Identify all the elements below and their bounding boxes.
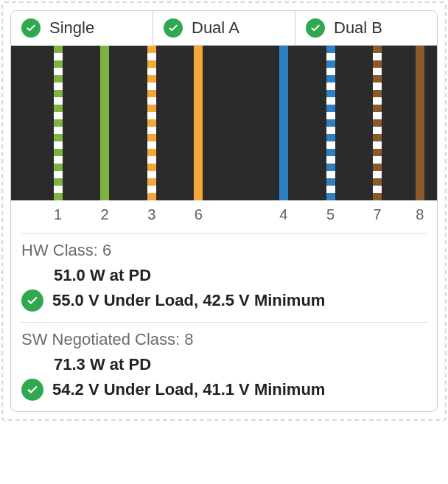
check-icon bbox=[21, 290, 43, 312]
wire-pin-3 bbox=[147, 46, 156, 200]
tab-label: Single bbox=[49, 18, 94, 38]
wire-pin-4 bbox=[279, 46, 288, 200]
wire-pin-1 bbox=[54, 46, 63, 200]
wire-pin-2 bbox=[100, 46, 109, 200]
sw-class-title: SW Negotiated Class: 8 bbox=[21, 330, 427, 349]
sw-voltage-row: 54.2 V Under Load, 41.1 V Minimum bbox=[21, 379, 427, 401]
axis-label: 4 bbox=[279, 206, 287, 223]
hw-voltage-row: 55.0 V Under Load, 42.5 V Minimum bbox=[21, 290, 427, 312]
wire-pin-5 bbox=[326, 46, 335, 200]
axis-label: 3 bbox=[147, 206, 155, 223]
check-icon bbox=[21, 18, 41, 38]
sw-power-value: 71.3 W at PD bbox=[21, 355, 427, 374]
tab-label: Dual A bbox=[192, 18, 239, 38]
axis-label: 5 bbox=[326, 206, 335, 223]
sw-voltage-value: 54.2 V Under Load, 41.1 V Minimum bbox=[52, 380, 325, 399]
check-icon bbox=[306, 18, 325, 38]
axis-label: 6 bbox=[195, 206, 203, 223]
tab-bar: SingleDual ADual B bbox=[11, 11, 437, 46]
wire-pin-8 bbox=[416, 46, 424, 200]
hw-power-value: 51.0 W at PD bbox=[21, 266, 427, 285]
axis-label: 2 bbox=[101, 206, 109, 223]
tab-single[interactable]: Single bbox=[11, 11, 153, 46]
hw-class-section: HW Class: 6 51.0 W at PD 55.0 V Under Lo… bbox=[11, 234, 437, 322]
hw-class-title: HW Class: 6 bbox=[21, 241, 427, 260]
sw-class-section: SW Negotiated Class: 8 71.3 W at PD 54.2… bbox=[11, 323, 437, 411]
wire-diagram bbox=[11, 46, 437, 200]
poe-panel: SingleDual ADual B 12364578 HW Class: 6 … bbox=[10, 10, 438, 412]
tab-dual-a[interactable]: Dual A bbox=[153, 11, 295, 46]
hw-voltage-value: 55.0 V Under Load, 42.5 V Minimum bbox=[52, 291, 325, 310]
wire-pin-7 bbox=[373, 46, 382, 200]
axis-label: 1 bbox=[54, 206, 62, 223]
tab-label: Dual B bbox=[334, 18, 382, 38]
check-icon bbox=[21, 379, 43, 401]
check-icon bbox=[164, 18, 183, 38]
tab-dual-b[interactable]: Dual B bbox=[295, 11, 437, 46]
axis-label: 7 bbox=[374, 206, 382, 223]
wire-pin-6 bbox=[194, 46, 203, 200]
wire-axis-labels: 12364578 bbox=[11, 200, 437, 233]
dashed-frame: SingleDual ADual B 12364578 HW Class: 6 … bbox=[1, 1, 447, 421]
axis-label: 8 bbox=[416, 206, 424, 223]
